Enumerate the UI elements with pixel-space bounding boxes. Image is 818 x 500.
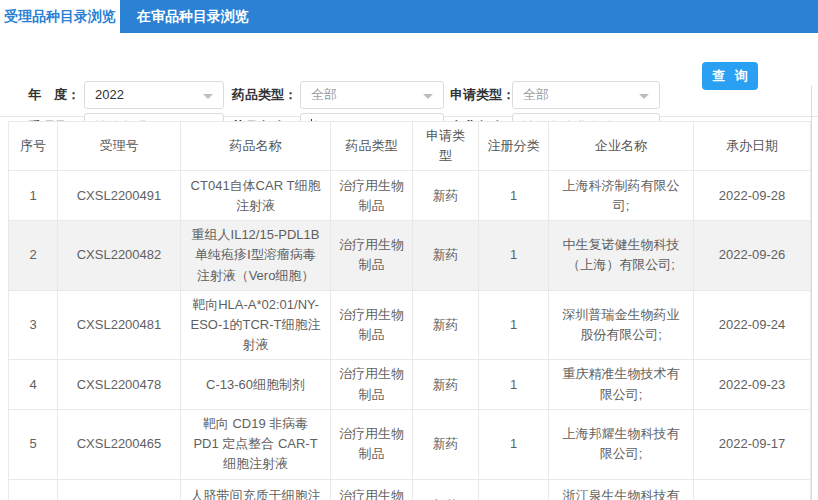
- table-cell: CXSL2200481: [58, 290, 181, 359]
- drug-type-label: 药品类型：: [232, 81, 297, 109]
- table-cell: CXSL2200491: [58, 171, 181, 221]
- column-header: 申请类型: [413, 122, 479, 171]
- results-table-container: 序号受理号药品名称药品类型申请类型注册分类企业名称承办日期 1CXSL22004…: [8, 121, 810, 500]
- table-cell: 新药: [413, 410, 479, 479]
- query-button[interactable]: 查 询: [702, 62, 758, 90]
- table-cell: 1: [479, 171, 549, 221]
- table-cell: 1: [479, 479, 549, 500]
- table-cell: 2022-09-26: [694, 221, 811, 290]
- table-cell: 人脐带间充质干细胞注射液: [181, 479, 331, 500]
- table-cell: 新药: [413, 171, 479, 221]
- table-cell: 治疗用生物制品: [331, 410, 413, 479]
- column-header: 药品名称: [181, 122, 331, 171]
- table-cell: 治疗用生物制品: [331, 171, 413, 221]
- tab-in-review-catalog[interactable]: 在审品种目录浏览: [120, 0, 266, 33]
- table-cell: 1: [479, 360, 549, 410]
- table-cell: 3: [9, 290, 58, 359]
- chevron-down-icon: [203, 94, 213, 99]
- table-cell: CXSL2200465: [58, 410, 181, 479]
- table-cell: 新药: [413, 360, 479, 410]
- table-cell: 2022-09-24: [694, 290, 811, 359]
- column-header: 企业名称: [549, 122, 694, 171]
- table-cell: 1: [9, 171, 58, 221]
- table-cell: 治疗用生物制品: [331, 479, 413, 500]
- tab-accepted-catalog[interactable]: 受理品种目录浏览: [0, 0, 120, 33]
- table-cell: 深圳普瑞金生物药业股份有限公司;: [549, 290, 694, 359]
- table-row[interactable]: 6CXSL2200457人脐带间充质干细胞注射液治疗用生物制品新药1浙江泉生生物…: [9, 479, 811, 500]
- year-label: 年 度：: [28, 81, 80, 109]
- column-header: 承办日期: [694, 122, 811, 171]
- table-row[interactable]: 3CXSL2200481靶向HLA-A*02:01/NY-ESO-1的TCR-T…: [9, 290, 811, 359]
- table-cell: 靶向HLA-A*02:01/NY-ESO-1的TCR-T细胞注射液: [181, 290, 331, 359]
- table-cell: 6: [9, 479, 58, 500]
- table-cell: CXSL2200478: [58, 360, 181, 410]
- table-cell: 治疗用生物制品: [331, 221, 413, 290]
- table-cell: 4: [9, 360, 58, 410]
- table-cell: 治疗用生物制品: [331, 360, 413, 410]
- tab-accepted-label: 受理品种目录浏览: [4, 8, 116, 26]
- table-cell: CXSL2200482: [58, 221, 181, 290]
- table-cell: 靶向 CD19 非病毒 PD1 定点整合 CAR-T 细胞注射液: [181, 410, 331, 479]
- table-cell: 新药: [413, 221, 479, 290]
- table-row[interactable]: 4CXSL2200478C-13-60细胞制剂治疗用生物制品新药1重庆精准生物技…: [9, 360, 811, 410]
- chevron-down-icon: [639, 94, 649, 99]
- table-cell: 2022-09-28: [694, 171, 811, 221]
- filter-panel: 年 度： 2022 药品类型： 全部 申请类型： 全部 受理号： 请输入受理号 …: [0, 33, 818, 117]
- table-cell: 5: [9, 410, 58, 479]
- tab-in-review-label: 在审品种目录浏览: [137, 8, 249, 26]
- apply-type-label: 申请类型：: [450, 81, 515, 109]
- table-cell: 2022-09-23: [694, 360, 811, 410]
- table-cell: 中生复诺健生物科技（上海）有限公司;: [549, 221, 694, 290]
- table-cell: C-13-60细胞制剂: [181, 360, 331, 410]
- table-cell: 浙江泉生生物科技有限公司;: [549, 479, 694, 500]
- table-cell: 1: [479, 221, 549, 290]
- table-cell: 2022-09-14: [694, 479, 811, 500]
- content-right-border: [811, 86, 812, 500]
- drug-type-select-value: 全部: [311, 87, 337, 102]
- table-cell: 重组人IL12/15-PDL1B单纯疱疹Ⅰ型溶瘤病毒注射液（Vero细胞）: [181, 221, 331, 290]
- table-cell: 上海邦耀生物科技有限公司;: [549, 410, 694, 479]
- column-header: 序号: [9, 122, 58, 171]
- table-header: 序号受理号药品名称药品类型申请类型注册分类企业名称承办日期: [9, 122, 811, 171]
- table-cell: 重庆精准生物技术有限公司;: [549, 360, 694, 410]
- column-header: 注册分类: [479, 122, 549, 171]
- year-select[interactable]: 2022: [84, 81, 224, 109]
- table-cell: 新药: [413, 479, 479, 500]
- drug-type-select[interactable]: 全部: [300, 81, 444, 109]
- table-cell: 1: [479, 290, 549, 359]
- tab-bar: 受理品种目录浏览 在审品种目录浏览: [0, 0, 818, 33]
- column-header: 药品类型: [331, 122, 413, 171]
- table-cell: 新药: [413, 290, 479, 359]
- table-cell: CXSL2200457: [58, 479, 181, 500]
- table-row[interactable]: 1CXSL2200491CT041自体CAR T细胞注射液治疗用生物制品新药1上…: [9, 171, 811, 221]
- results-table: 序号受理号药品名称药品类型申请类型注册分类企业名称承办日期 1CXSL22004…: [8, 121, 811, 500]
- table-cell: 2: [9, 221, 58, 290]
- apply-type-select-value: 全部: [523, 87, 549, 102]
- table-cell: 上海科济制药有限公司;: [549, 171, 694, 221]
- table-row[interactable]: 2CXSL2200482重组人IL12/15-PDL1B单纯疱疹Ⅰ型溶瘤病毒注射…: [9, 221, 811, 290]
- table-cell: 治疗用生物制品: [331, 290, 413, 359]
- table-cell: 2022-09-17: [694, 410, 811, 479]
- year-select-value: 2022: [95, 87, 124, 102]
- apply-type-select[interactable]: 全部: [512, 81, 660, 109]
- table-cell: CT041自体CAR T细胞注射液: [181, 171, 331, 221]
- chevron-down-icon: [423, 94, 433, 99]
- column-header: 受理号: [58, 122, 181, 171]
- table-cell: 1: [479, 410, 549, 479]
- table-row[interactable]: 5CXSL2200465靶向 CD19 非病毒 PD1 定点整合 CAR-T 细…: [9, 410, 811, 479]
